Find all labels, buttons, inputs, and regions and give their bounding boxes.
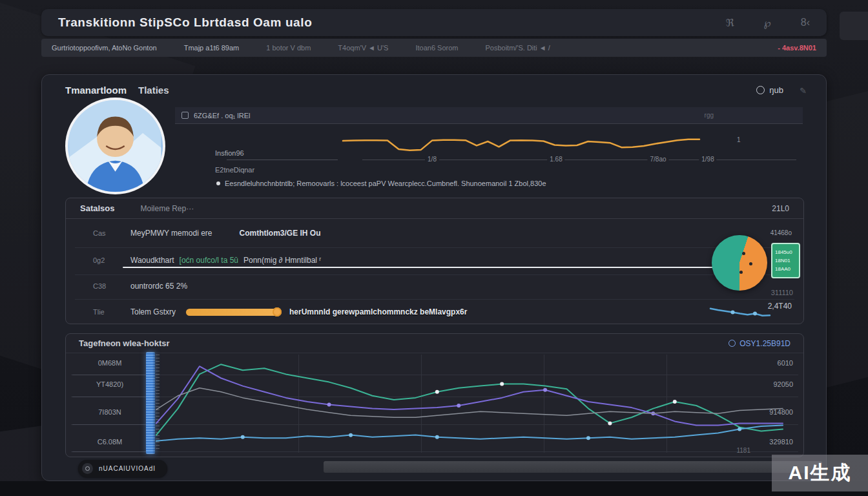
overview-header: 6ZG&Ef . oq₁ lREl rgg (175, 107, 803, 124)
refresh-label: ŋub (769, 85, 783, 95)
clock-icon (728, 340, 736, 347)
row-label-underline (72, 375, 149, 375)
refresh-button[interactable]: ŋub (756, 85, 783, 95)
panel-title: TmanartloomTlaties (65, 85, 169, 96)
stats-row[interactable]: Cas MeyPMWY memodi ere Comthtlom3/GE IH … (66, 225, 803, 241)
ai-watermark: AI生成 (772, 455, 868, 491)
avatar[interactable] (65, 98, 165, 194)
app-title: Transkitionn StipSCo Lbrtdasd Oam ualo (58, 16, 312, 30)
user-icon[interactable]: 8‹ (801, 17, 810, 28)
trend-row-label: 0M68M (74, 359, 146, 367)
nav-item-3[interactable]: 1 botor V dbm (266, 44, 311, 52)
footer-pill-button[interactable]: nUACAlUVIOAdI (78, 460, 167, 477)
avatar-illustration (68, 100, 163, 192)
divider (227, 160, 338, 160)
record-icon (82, 463, 93, 474)
row-divider (75, 274, 794, 275)
overview-note-text: Eesndleluhnchnbtntlb; Remoovarls : lcoce… (225, 180, 546, 187)
trend-corner-text: 1181 (736, 447, 750, 454)
trend-link[interactable]: OSY1.25B91D (728, 339, 790, 348)
row-text: ountrordc 65 2% (130, 282, 187, 291)
row-text-bold: herUmnnld gerewpamlchommnckz beMlavgpx6r (289, 307, 467, 316)
row-text: MeyPMWY memodi ere (130, 229, 212, 238)
row-label-underline (72, 424, 149, 425)
app-header: Transkitionn StipSCo Lbrtdasd Oam ualo ℜ… (41, 9, 827, 36)
stats-title[interactable]: Satalsos (80, 203, 114, 213)
page-background: Transkitionn StipSCo Lbrtdasd Oam ualo ℜ… (0, 0, 868, 496)
row-text-secondary: Comthtlom3/GE IH Ou (239, 229, 320, 238)
overview-row2-label: E2tneDiqnar (215, 166, 254, 174)
row-label-underline (72, 451, 149, 452)
progress-pill (186, 309, 280, 316)
legend-item: 18AA0 (775, 265, 799, 273)
chart-icon (181, 112, 189, 119)
nav-bar: Gurtriotoppoofivm, AtoNo Gonton Tmajp a1… (41, 39, 827, 57)
trend-link-label: OSY1.25B91D (739, 339, 790, 348)
nav-item-5[interactable]: Itoan6 Sorom (415, 44, 458, 52)
legend-item: 1845u0 (775, 248, 799, 256)
dashboard-panel: TmanartloomTlaties ŋub ✎ 6ZG&Ef . oq₁ lR… (41, 74, 827, 481)
row-label: 0g2 (93, 256, 130, 264)
stats-row[interactable]: Tlie Tolem Gstxry herUmnnld gerewpamlcho… (66, 304, 803, 320)
mini-sparkline (710, 304, 770, 320)
trend-row-label: C6.08M (74, 438, 146, 446)
stats-right-small: 41468o (770, 229, 792, 236)
footer-pill-label: nUACAlUVIOAdI (99, 465, 156, 472)
nav-item-6[interactable]: Posboitm/'S. Diti ◄ / (485, 44, 550, 52)
overview-row1-label: Insfion96 (215, 149, 244, 157)
row-divider (75, 299, 794, 300)
axis-tick: 7/8ao (647, 156, 668, 163)
panel-title-sub: Tlaties (138, 85, 169, 96)
refresh-icon (756, 86, 765, 94)
axis-tick: 1/98 (699, 156, 716, 163)
stats-subtitle[interactable]: Moileme Rep··· (140, 204, 194, 213)
nav-item-2[interactable]: Tmajp a1t6 89am (184, 44, 240, 52)
footer-progress-bar[interactable] (324, 461, 822, 473)
legend-item: 18N01 (775, 256, 799, 265)
overview-marker: 1 (737, 136, 741, 143)
status-pie-chart (712, 235, 767, 291)
legend-below-value: 311110 (771, 289, 793, 296)
row-text-highlight: [oćn oufco/l ta 5ū (180, 256, 238, 265)
row-text: Waoudkthart (130, 256, 174, 265)
pie-dot (739, 271, 743, 274)
trend-title: Tagefneon wlea-hoktsr (79, 338, 170, 348)
alert-value: - 4asv.8N01 (778, 44, 816, 52)
bullet-icon (216, 181, 220, 185)
panel-title-main: Tmanartloom (65, 85, 127, 96)
overview-header-right: rgg (705, 112, 714, 119)
trend-row-label: YT4820) (74, 380, 146, 388)
row-text-rest: Ponn(mig ∂ Hmntilbal ʳ (243, 256, 321, 265)
trend-header: Tagefneon wlea-hoktsr OSY1.25B91D (66, 334, 803, 353)
trend-row-label: 7I803N (74, 408, 146, 416)
row-label: C38 (93, 282, 130, 290)
row-text: Tolem Gstxry (130, 307, 176, 316)
bottom-strip (0, 481, 868, 496)
nav-item-4[interactable]: T4oqm'V ◄ U'S (338, 44, 388, 52)
stats-row[interactable]: 0g2 Waoudkthart [oćn oufco/l ta 5ū Ponn(… (66, 253, 803, 268)
stats-row[interactable]: C38 ountrordc 65 2% (66, 278, 803, 294)
row-divider (75, 247, 794, 248)
trend-card: Tagefneon wlea-hoktsr OSY1.25B91D 0M68M … (65, 333, 804, 457)
nav-item-1[interactable]: Gurtriotoppoofivm, AtoNo Gonton (52, 44, 157, 52)
edit-icon[interactable]: ✎ (800, 86, 807, 96)
stats-header-value: 21L0 (772, 204, 789, 213)
progress-pill-cap (273, 307, 282, 316)
pie-dot (749, 262, 752, 265)
overview-header-label: 6ZG&Ef . oq₁ lREl (194, 112, 250, 119)
overview-sparkline (343, 127, 699, 156)
overview-note: Eesndleluhnchnbtntlb; Remoovarls : lcoce… (216, 180, 772, 187)
axis-tick: 1.68 (547, 156, 564, 163)
row-underline (123, 267, 714, 268)
highlight-bar[interactable] (146, 352, 155, 454)
pie-dot (742, 252, 745, 255)
row-label-underline (72, 397, 149, 397)
stats-header: Satalsos Moileme Rep··· 21L0 (66, 198, 803, 219)
corner-decoration (840, 12, 868, 40)
row-label: Tlie (93, 308, 130, 316)
axis-tick: 1/8 (425, 156, 439, 163)
stats-bottom-value: 2,4T40 (768, 302, 792, 311)
pie-legend: 1845u0 18N01 18AA0 (771, 243, 800, 278)
settings-icon[interactable]: ℘ (764, 17, 771, 29)
notification-icon[interactable]: ℜ (726, 17, 734, 29)
